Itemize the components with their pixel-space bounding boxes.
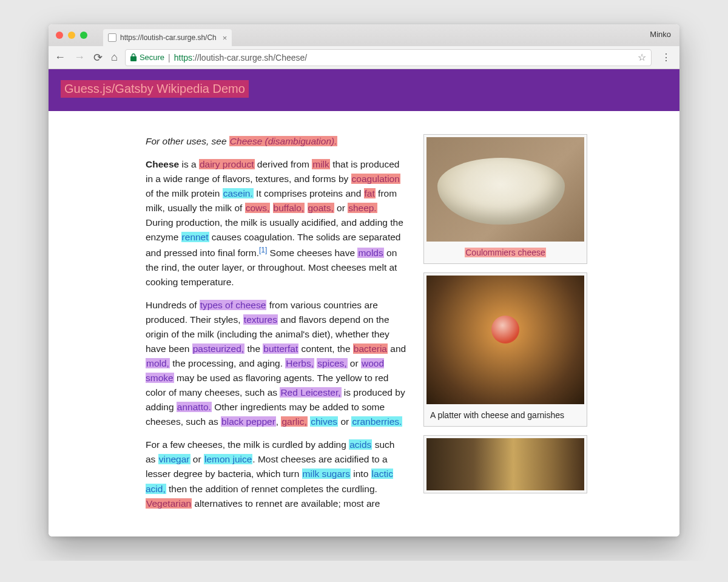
link-coulommiers-cheese[interactable]: Coulommiers cheese: [465, 248, 546, 257]
tab-favicon: [108, 33, 116, 42]
close-window-button[interactable]: [56, 32, 63, 39]
image-coulommiers-cheese[interactable]: [426, 137, 584, 242]
figure-platter: A platter with cheese and garnishes: [423, 272, 587, 427]
caption-platter: A platter with cheese and garnishes: [426, 404, 584, 424]
browser-toolbar: ← → ⟳ ⌂ Secure | https://loutish-car.sur…: [49, 46, 679, 69]
image-cheese-platter[interactable]: [426, 276, 584, 404]
link-coagulation[interactable]: coagulation: [351, 174, 400, 184]
link-casein[interactable]: casein.: [223, 188, 254, 198]
window-controls: [56, 32, 87, 39]
link-fat[interactable]: fat: [364, 188, 376, 198]
link-chives[interactable]: chives: [310, 416, 338, 427]
page-viewport: Guess.js/Gatsby Wikipedia Demo For other…: [49, 69, 679, 536]
tab-close-icon[interactable]: ×: [223, 33, 228, 42]
link-spices[interactable]: spices,: [317, 358, 347, 368]
window-titlebar: https://loutish-car.surge.sh/Ch × Minko: [49, 24, 679, 46]
link-rennet[interactable]: rennet: [181, 232, 209, 242]
link-lemon-juice[interactable]: lemon juice: [204, 454, 252, 464]
caption-coulommiers: Coulommiers cheese: [426, 242, 584, 261]
secure-label: Secure: [140, 53, 164, 62]
link-garlic[interactable]: garlic,: [281, 416, 307, 427]
bookmark-star-icon[interactable]: ☆: [638, 52, 646, 63]
link-milk-sugars[interactable]: milk sugars: [302, 469, 351, 479]
forward-button[interactable]: →: [74, 51, 85, 64]
profile-name[interactable]: Minko: [650, 30, 671, 39]
minimize-window-button[interactable]: [68, 32, 75, 39]
link-cranberries[interactable]: cranberries.: [351, 416, 402, 427]
link-sheep[interactable]: sheep.: [348, 203, 377, 213]
link-butterfat[interactable]: butterfat: [263, 343, 298, 354]
link-disambiguation[interactable]: Cheese (disambiguation).: [229, 136, 338, 146]
browser-menu-button[interactable]: ⋮: [659, 52, 673, 63]
link-cows[interactable]: cows,: [245, 203, 271, 213]
image-cheese-shop[interactable]: [426, 438, 584, 490]
address-bar[interactable]: Secure | https://loutish-car.surge.sh/Ch…: [125, 49, 652, 66]
nav-buttons: ← → ⟳ ⌂: [55, 51, 118, 64]
link-bacteria[interactable]: bacteria: [353, 343, 388, 354]
link-types-of-cheese[interactable]: types of cheese: [200, 300, 267, 310]
link-textures[interactable]: textures: [243, 314, 278, 325]
browser-window: https://loutish-car.surge.sh/Ch × Minko …: [49, 24, 679, 536]
browser-tab[interactable]: https://loutish-car.surge.sh/Ch ×: [103, 29, 232, 46]
page-body: For other uses, see Cheese (disambiguati…: [49, 111, 679, 519]
link-pasteurized[interactable]: pasteurized,: [192, 343, 244, 354]
paragraph-2: Hundreds of types of cheese from various…: [146, 298, 406, 429]
link-molds[interactable]: molds: [357, 248, 383, 258]
fullscreen-window-button[interactable]: [80, 32, 87, 39]
paragraph-3: For a few cheeses, the milk is curdled b…: [146, 438, 406, 510]
reload-button[interactable]: ⟳: [93, 51, 103, 64]
link-dairy-product[interactable]: dairy product: [199, 159, 255, 169]
link-milk[interactable]: milk: [312, 159, 330, 169]
tab-title: https://loutish-car.surge.sh/Ch: [120, 33, 217, 42]
hatnote: For other uses, see Cheese (disambiguati…: [146, 134, 406, 149]
figure-coulommiers: Coulommiers cheese: [423, 134, 587, 264]
article-column: For other uses, see Cheese (disambiguati…: [146, 134, 406, 519]
link-acids[interactable]: acids: [349, 439, 372, 450]
term-cheese: Cheese: [146, 159, 179, 169]
link-buffalo[interactable]: buffalo,: [273, 203, 305, 213]
lock-icon: [130, 53, 137, 61]
figure-shop: [423, 435, 587, 493]
paragraph-1: Cheese is a dairy product derived from m…: [146, 157, 406, 289]
url-text: https://loutish-car.surge.sh/Cheese/: [174, 53, 634, 63]
link-black-pepper[interactable]: black pepper: [221, 416, 276, 427]
site-title[interactable]: Guess.js/Gatsby Wikipedia Demo: [61, 80, 249, 98]
sidebar-column: Coulommiers cheese A platter with cheese…: [423, 134, 587, 519]
link-red-leicester[interactable]: Red Leicester,: [280, 387, 341, 398]
link-goats[interactable]: goats,: [308, 203, 334, 213]
back-button[interactable]: ←: [55, 51, 66, 64]
ref-1[interactable]: [1]: [259, 246, 267, 254]
secure-indicator[interactable]: Secure: [130, 53, 164, 62]
link-annatto[interactable]: annatto.: [177, 402, 212, 412]
link-vinegar[interactable]: vinegar: [158, 454, 190, 464]
site-header: Guess.js/Gatsby Wikipedia Demo: [49, 69, 679, 111]
link-vegetarian[interactable]: Vegetarian: [146, 498, 192, 509]
home-button[interactable]: ⌂: [111, 51, 118, 64]
link-herbs[interactable]: Herbs,: [285, 358, 314, 368]
link-mold[interactable]: mold,: [146, 358, 170, 368]
